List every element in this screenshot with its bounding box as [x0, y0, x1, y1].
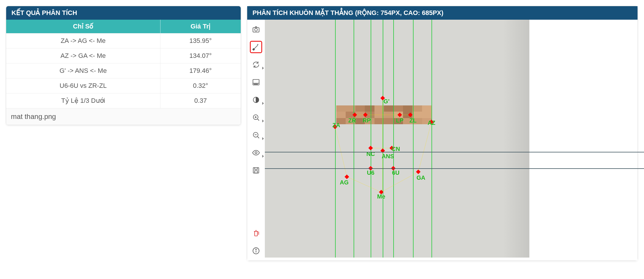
value-cell: 179.46° — [160, 63, 241, 78]
metric-cell: Tỷ Lệ 1/3 Dưới — [6, 93, 160, 108]
value-cell: 135.95° — [160, 33, 241, 48]
save-icon[interactable] — [250, 164, 262, 177]
svg-point-1 — [255, 28, 257, 31]
col-metric: Chỉ Số — [6, 20, 160, 33]
zoom-in-icon[interactable] — [250, 111, 262, 124]
zoom-out-icon[interactable] — [250, 129, 262, 141]
results-header: KẾT QUẢ PHÂN TÍCH — [6, 6, 241, 20]
info-icon[interactable] — [250, 245, 262, 257]
value-cell: 0.37 — [160, 93, 241, 108]
value-cell: 134.07° — [160, 48, 241, 63]
results-panel: KẾT QUẢ PHÂN TÍCH Chỉ Số Giá Trị ZA -> A… — [6, 6, 241, 125]
table-row: Tỷ Lệ 1/3 Dưới0.37 — [6, 93, 241, 108]
table-row: G' -> ANS <- Me179.46° — [6, 63, 241, 78]
photo-background — [265, 20, 529, 258]
table-row: ZA -> AG <- Me135.95° — [6, 33, 241, 48]
value-cell: 0.32° — [160, 78, 241, 93]
svg-rect-12 — [253, 168, 259, 173]
refresh-icon[interactable] — [250, 58, 262, 71]
visibility-icon[interactable] — [250, 147, 262, 159]
metric-cell: U6-6U vs ZR-ZL — [6, 78, 160, 93]
camera-icon[interactable] — [250, 23, 262, 36]
svg-rect-13 — [255, 171, 257, 173]
image-header: PHÂN TÍCH KHUÔN MẶT THẲNG (RỘNG: 754PX, … — [247, 6, 638, 20]
grid-icon[interactable] — [250, 76, 262, 88]
metric-cell: AZ -> GA <- Me — [6, 48, 160, 63]
metric-cell: ZA -> AG <- Me — [6, 33, 160, 48]
svg-point-16 — [256, 249, 256, 250]
svg-point-5 — [255, 84, 256, 85]
svg-rect-14 — [255, 231, 257, 236]
wall-shadow — [503, 20, 529, 258]
svg-point-7 — [257, 84, 258, 85]
magic-wand-icon[interactable] — [250, 41, 262, 53]
delete-icon[interactable] — [250, 227, 262, 239]
svg-point-6 — [256, 84, 257, 85]
col-value: Giá Trị — [160, 20, 241, 33]
metric-cell: G' -> ANS <- Me — [6, 63, 160, 78]
eyes-pixelation — [336, 105, 431, 125]
brightness-icon[interactable] — [250, 94, 262, 106]
horizontal-guide — [265, 152, 644, 152]
horizontal-guide — [265, 168, 644, 169]
image-toolbar — [247, 20, 265, 260]
results-table: Chỉ Số Giá Trị ZA -> AG <- Me135.95°AZ -… — [6, 20, 241, 108]
svg-point-11 — [255, 152, 257, 154]
table-row: AZ -> GA <- Me134.07° — [6, 48, 241, 63]
filename-row: mat thang.png — [6, 108, 241, 125]
image-panel: PHÂN TÍCH KHUÔN MẶT THẲNG (RỘNG: 754PX, … — [247, 6, 638, 261]
image-viewport[interactable]: G'ZRRPLPZLZAAZNCCNANSU66UAGGAMe — [265, 20, 638, 260]
svg-point-4 — [254, 84, 255, 85]
table-row: U6-6U vs ZR-ZL0.32° — [6, 78, 241, 93]
